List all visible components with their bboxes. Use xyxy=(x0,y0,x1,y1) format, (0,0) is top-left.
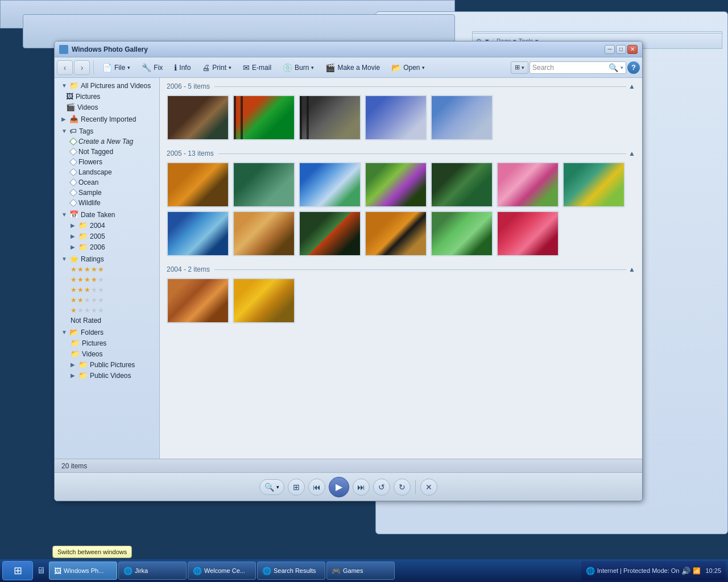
sidebar-item-ocean[interactable]: Ocean xyxy=(55,177,159,188)
photo-thumb-sunflowers[interactable] xyxy=(233,278,295,323)
sidebar-item-public-pictures[interactable]: ▶ 📁 Public Pictures xyxy=(55,359,159,370)
folders-expand-icon: ▼ xyxy=(61,329,67,335)
info-button[interactable]: ℹ Info xyxy=(169,60,196,75)
year-label-2006: 2006 - 5 items xyxy=(167,82,210,90)
photo-thumb-waterfall[interactable] xyxy=(431,211,493,256)
play-button[interactable]: ▶ xyxy=(329,477,349,497)
sidebar-item-all-pictures[interactable]: ▼ 📁 All Pictures and Videos xyxy=(55,80,159,91)
back-button[interactable]: ‹ xyxy=(57,60,73,75)
make-movie-button[interactable]: 🎬 Make a Movie xyxy=(320,60,385,75)
sidebar-item-folder-pictures[interactable]: 📁 Pictures xyxy=(55,338,159,348)
photo-thumb-tree[interactable] xyxy=(365,211,427,256)
photo-thumb-autumn[interactable] xyxy=(167,162,229,207)
photo-thumb-forest[interactable] xyxy=(431,162,493,207)
print-icon: 🖨 xyxy=(202,63,210,72)
delete-button[interactable]: ✕ xyxy=(420,479,437,496)
open-button[interactable]: 📂 Open ▾ xyxy=(386,60,430,75)
photo-thumb-screen1[interactable] xyxy=(365,95,427,140)
sidebar-item-2004[interactable]: ▶ 📁 2004 xyxy=(55,220,159,231)
4star-rating: ★★★★★ xyxy=(71,276,104,284)
photo-thumb-flowers1[interactable] xyxy=(365,162,427,207)
search-icon[interactable]: 🔍 xyxy=(609,63,618,72)
sidebar-item-3star[interactable]: ★★★★★ xyxy=(55,285,159,295)
sidebar-item-wildlife[interactable]: Wildlife xyxy=(55,198,159,208)
sidebar-item-ratings[interactable]: ▼ ⭐ Ratings xyxy=(55,253,159,264)
photo-thumb-filmstrip1[interactable] xyxy=(299,95,361,140)
photo-thumb-sky[interactable] xyxy=(299,162,361,207)
help-button[interactable]: ? xyxy=(627,61,640,74)
sidebar-item-not-rated[interactable]: Not Rated xyxy=(55,315,159,326)
start-button[interactable]: ⊞ xyxy=(2,561,33,580)
sidebar-item-videos[interactable]: 🎬 Videos xyxy=(55,102,159,113)
sidebar-item-2005[interactable]: ▶ 📁 2005 xyxy=(55,231,159,242)
date-icon: 📅 xyxy=(69,210,78,219)
sidebar-item-public-videos[interactable]: ▶ 📁 Public Videos xyxy=(55,370,159,381)
recently-icon: 📥 xyxy=(69,115,78,123)
photo-thumb-screen2[interactable] xyxy=(431,95,493,140)
email-button[interactable]: ✉ E-mail xyxy=(238,60,276,75)
photo-thumb-canyon[interactable] xyxy=(167,278,229,323)
sidebar-item-2star[interactable]: ★★★★★ xyxy=(55,295,159,305)
taskbar-item-jirka[interactable]: 🌐 Jirka xyxy=(118,562,187,580)
forward-button[interactable]: › xyxy=(74,60,90,75)
sidebar-item-2006[interactable]: ▶ 📁 2006 xyxy=(55,242,159,252)
taskbar-item-welcome[interactable]: 🌐 Welcome Ce... xyxy=(188,562,256,580)
print-button[interactable]: 🖨 Print ▾ xyxy=(197,60,237,75)
playback-search[interactable]: 🔍 ▾ xyxy=(259,479,284,495)
rotate-right-icon: ↻ xyxy=(399,483,406,492)
folder-pictures-icon: 📁 xyxy=(71,339,80,347)
taskbar-item-windows-ph[interactable]: 🖼 Windows Ph... xyxy=(49,562,117,580)
year-arrow-2005[interactable]: ▲ xyxy=(628,149,635,157)
rotate-right-button[interactable]: ↻ xyxy=(394,479,411,496)
photo-thumb-desert[interactable] xyxy=(233,211,295,256)
sidebar-item-1star[interactable]: ★★★★★ xyxy=(55,305,159,315)
sidebar-item-folder-videos[interactable]: 📁 Videos xyxy=(55,348,159,359)
photo-content[interactable]: 2006 - 5 items ▲ xyxy=(160,78,642,459)
volume-icon[interactable]: 🔊 xyxy=(681,567,690,575)
sidebar-item-landscape[interactable]: Landscape xyxy=(55,167,159,177)
photo-thumb-redflowers[interactable] xyxy=(497,211,559,256)
taskbar-item-search-results[interactable]: 🌐 Search Results xyxy=(257,562,325,580)
sidebar-item-5star[interactable]: ★★★★★ xyxy=(55,264,159,275)
rotate-left-button[interactable]: ↺ xyxy=(373,479,390,496)
sidebar-item-4star[interactable]: ★★★★★ xyxy=(55,275,159,285)
search-input[interactable]: Search xyxy=(532,64,606,72)
photo-thumb-butterfly[interactable] xyxy=(233,95,295,140)
play-icon: ▶ xyxy=(336,481,342,492)
photo-thumb-toucan[interactable] xyxy=(299,211,361,256)
grid-view-button[interactable]: ⊞ xyxy=(288,479,305,496)
5star-rating: ★★★★★ xyxy=(71,265,104,273)
taskbar-item-games[interactable]: 🎮 Games xyxy=(326,562,395,580)
year-arrow-2006[interactable]: ▲ xyxy=(628,82,635,90)
sidebar-item-tags[interactable]: ▼ 🏷 Tags xyxy=(55,126,159,136)
burn-button[interactable]: 💿 Burn ▾ xyxy=(278,60,319,75)
fix-button[interactable]: 🔧 Fix xyxy=(136,60,168,75)
photo-thumb-pinkflowers[interactable] xyxy=(497,162,559,207)
sidebar-item-create-tag[interactable]: Create a New Tag xyxy=(55,136,159,147)
sidebar-item-not-tagged[interactable]: Not Tagged xyxy=(55,147,159,157)
pub-vid-expand-icon: ▶ xyxy=(71,372,76,379)
show-desktop-button[interactable]: 🖥 xyxy=(34,562,48,579)
sidebar-item-pictures[interactable]: 🖼 Pictures xyxy=(55,91,159,102)
sidebar-item-sample[interactable]: Sample xyxy=(55,188,159,198)
playback-search-dropdown[interactable]: ▾ xyxy=(276,484,279,490)
year-arrow-2004[interactable]: ▲ xyxy=(628,265,635,273)
sidebar-item-flowers[interactable]: Flowers xyxy=(55,157,159,167)
ratings-icon: ⭐ xyxy=(69,255,78,263)
maximize-button[interactable]: □ xyxy=(616,45,626,54)
prev-button[interactable]: ⏮ xyxy=(308,479,325,496)
photo-thumb-turtle[interactable] xyxy=(562,162,625,207)
flowers-diamond xyxy=(69,158,77,166)
view-button[interactable]: ⊞ ▾ xyxy=(511,61,528,74)
search-dropdown-icon[interactable]: ▾ xyxy=(621,65,623,70)
file-button[interactable]: 📄 File ▾ xyxy=(97,60,135,75)
close-button[interactable]: ✕ xyxy=(627,45,638,54)
sidebar-item-folders[interactable]: ▼ 📂 Folders xyxy=(55,327,159,338)
photo-thumb-whale[interactable] xyxy=(167,211,229,256)
photo-thumb-bear[interactable] xyxy=(167,95,229,140)
photo-thumb-river[interactable] xyxy=(233,162,295,207)
sidebar-item-date-taken[interactable]: ▼ 📅 Date Taken xyxy=(55,209,159,220)
sidebar-item-recently-imported[interactable]: ▶ 📥 Recently Imported xyxy=(55,114,159,124)
minimize-button[interactable]: ─ xyxy=(605,45,615,54)
next-button[interactable]: ⏭ xyxy=(353,479,370,496)
